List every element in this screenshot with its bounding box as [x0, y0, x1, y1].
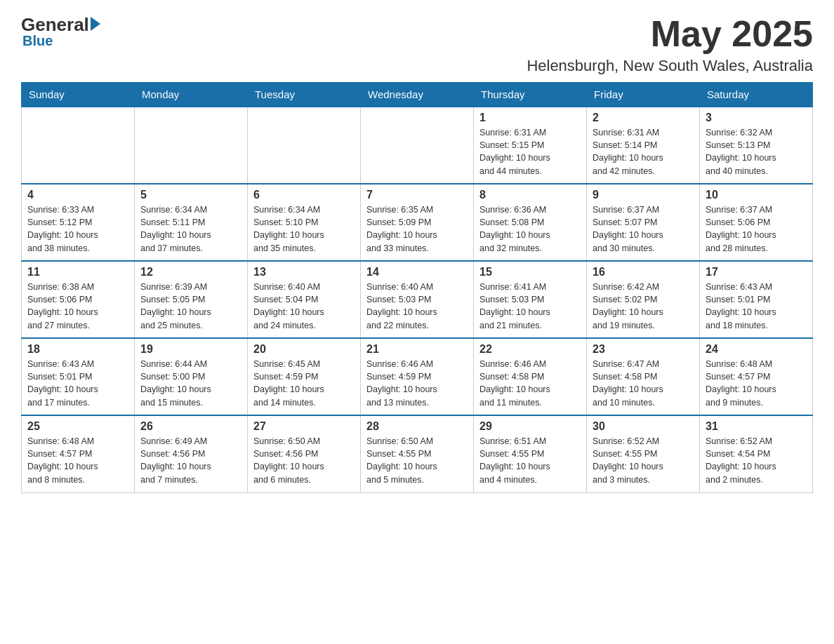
calendar-cell: 2Sunrise: 6:31 AM Sunset: 5:14 PM Daylig…	[587, 107, 700, 184]
weekday-header-wednesday: Wednesday	[361, 83, 474, 107]
day-info: Sunrise: 6:44 AM Sunset: 5:00 PM Dayligh…	[140, 358, 241, 409]
day-info: Sunrise: 6:41 AM Sunset: 5:03 PM Dayligh…	[479, 281, 581, 332]
day-info: Sunrise: 6:37 AM Sunset: 5:06 PM Dayligh…	[706, 203, 807, 255]
logo-subtitle: Blue	[22, 33, 53, 49]
day-info: Sunrise: 6:43 AM Sunset: 5:01 PM Dayligh…	[706, 281, 807, 332]
month-title: May 2025	[527, 14, 813, 54]
day-number: 25	[27, 420, 128, 433]
calendar-header-row: SundayMondayTuesdayWednesdayThursdayFrid…	[22, 83, 813, 107]
calendar-cell	[361, 107, 474, 184]
day-number: 24	[706, 343, 807, 356]
day-info: Sunrise: 6:49 AM Sunset: 4:56 PM Dayligh…	[140, 435, 241, 486]
day-number: 5	[140, 189, 241, 201]
day-number: 7	[366, 189, 468, 201]
calendar-cell	[248, 107, 361, 184]
day-number: 3	[706, 112, 807, 124]
calendar-cell	[22, 107, 135, 184]
day-number: 20	[253, 343, 355, 356]
page-header: General Blue May 2025 Helensburgh, New S…	[21, 14, 813, 75]
calendar-cell: 31Sunrise: 6:52 AM Sunset: 4:54 PM Dayli…	[700, 415, 813, 492]
day-number: 12	[140, 266, 241, 279]
calendar-cell: 14Sunrise: 6:40 AM Sunset: 5:03 PM Dayli…	[361, 261, 474, 338]
calendar-table: SundayMondayTuesdayWednesdayThursdayFrid…	[21, 82, 813, 493]
day-info: Sunrise: 6:52 AM Sunset: 4:54 PM Dayligh…	[706, 435, 807, 486]
calendar-cell: 19Sunrise: 6:44 AM Sunset: 5:00 PM Dayli…	[135, 338, 248, 415]
day-number: 6	[253, 189, 355, 201]
day-number: 14	[366, 266, 468, 279]
calendar-cell: 15Sunrise: 6:41 AM Sunset: 5:03 PM Dayli…	[474, 261, 587, 338]
calendar-week-2: 4Sunrise: 6:33 AM Sunset: 5:12 PM Daylig…	[22, 184, 813, 261]
calendar-cell: 28Sunrise: 6:50 AM Sunset: 4:55 PM Dayli…	[361, 415, 474, 492]
day-info: Sunrise: 6:48 AM Sunset: 4:57 PM Dayligh…	[706, 358, 807, 409]
calendar-cell: 7Sunrise: 6:35 AM Sunset: 5:09 PM Daylig…	[361, 184, 474, 261]
day-number: 28	[366, 420, 468, 433]
title-block: May 2025 Helensburgh, New South Wales, A…	[527, 14, 813, 75]
day-number: 18	[27, 343, 128, 356]
weekday-header-monday: Monday	[135, 83, 248, 107]
day-number: 2	[593, 112, 694, 124]
day-number: 16	[593, 266, 694, 279]
calendar-cell: 26Sunrise: 6:49 AM Sunset: 4:56 PM Dayli…	[135, 415, 248, 492]
calendar-cell: 18Sunrise: 6:43 AM Sunset: 5:01 PM Dayli…	[22, 338, 135, 415]
day-info: Sunrise: 6:38 AM Sunset: 5:06 PM Dayligh…	[27, 281, 128, 332]
day-number: 31	[706, 420, 807, 433]
logo-arrow-icon	[91, 17, 100, 31]
calendar-cell: 5Sunrise: 6:34 AM Sunset: 5:11 PM Daylig…	[135, 184, 248, 261]
day-number: 13	[253, 266, 355, 279]
day-number: 19	[140, 343, 241, 356]
day-number: 29	[479, 420, 581, 433]
calendar-cell: 12Sunrise: 6:39 AM Sunset: 5:05 PM Dayli…	[135, 261, 248, 338]
calendar-cell: 25Sunrise: 6:48 AM Sunset: 4:57 PM Dayli…	[22, 415, 135, 492]
day-info: Sunrise: 6:34 AM Sunset: 5:11 PM Dayligh…	[140, 203, 241, 255]
day-number: 4	[27, 189, 128, 201]
calendar-cell: 13Sunrise: 6:40 AM Sunset: 5:04 PM Dayli…	[248, 261, 361, 338]
day-number: 26	[140, 420, 241, 433]
weekday-header-tuesday: Tuesday	[248, 83, 361, 107]
calendar-cell: 22Sunrise: 6:46 AM Sunset: 4:58 PM Dayli…	[474, 338, 587, 415]
calendar-cell: 16Sunrise: 6:42 AM Sunset: 5:02 PM Dayli…	[587, 261, 700, 338]
weekday-header-friday: Friday	[587, 83, 700, 107]
day-info: Sunrise: 6:36 AM Sunset: 5:08 PM Dayligh…	[479, 203, 581, 255]
day-info: Sunrise: 6:51 AM Sunset: 4:55 PM Dayligh…	[479, 435, 581, 486]
calendar-cell: 9Sunrise: 6:37 AM Sunset: 5:07 PM Daylig…	[587, 184, 700, 261]
calendar-cell: 8Sunrise: 6:36 AM Sunset: 5:08 PM Daylig…	[474, 184, 587, 261]
day-number: 22	[479, 343, 581, 356]
calendar-cell: 10Sunrise: 6:37 AM Sunset: 5:06 PM Dayli…	[700, 184, 813, 261]
day-info: Sunrise: 6:32 AM Sunset: 5:13 PM Dayligh…	[706, 126, 807, 177]
day-info: Sunrise: 6:46 AM Sunset: 4:59 PM Dayligh…	[366, 358, 468, 409]
day-info: Sunrise: 6:34 AM Sunset: 5:10 PM Dayligh…	[253, 203, 355, 255]
day-info: Sunrise: 6:39 AM Sunset: 5:05 PM Dayligh…	[140, 281, 241, 332]
day-info: Sunrise: 6:42 AM Sunset: 5:02 PM Dayligh…	[593, 281, 694, 332]
day-number: 9	[593, 189, 694, 201]
calendar-cell: 30Sunrise: 6:52 AM Sunset: 4:55 PM Dayli…	[587, 415, 700, 492]
calendar-week-5: 25Sunrise: 6:48 AM Sunset: 4:57 PM Dayli…	[22, 415, 813, 492]
day-info: Sunrise: 6:47 AM Sunset: 4:58 PM Dayligh…	[593, 358, 694, 409]
calendar-cell: 6Sunrise: 6:34 AM Sunset: 5:10 PM Daylig…	[248, 184, 361, 261]
calendar-cell: 17Sunrise: 6:43 AM Sunset: 5:01 PM Dayli…	[700, 261, 813, 338]
day-info: Sunrise: 6:35 AM Sunset: 5:09 PM Dayligh…	[366, 203, 468, 255]
day-info: Sunrise: 6:50 AM Sunset: 4:55 PM Dayligh…	[366, 435, 468, 486]
day-number: 11	[27, 266, 128, 279]
day-info: Sunrise: 6:46 AM Sunset: 4:58 PM Dayligh…	[479, 358, 581, 409]
day-number: 21	[366, 343, 468, 356]
day-info: Sunrise: 6:48 AM Sunset: 4:57 PM Dayligh…	[27, 435, 128, 486]
day-number: 15	[479, 266, 581, 279]
day-info: Sunrise: 6:37 AM Sunset: 5:07 PM Dayligh…	[593, 203, 694, 255]
day-info: Sunrise: 6:40 AM Sunset: 5:03 PM Dayligh…	[366, 281, 468, 332]
calendar-cell: 4Sunrise: 6:33 AM Sunset: 5:12 PM Daylig…	[22, 184, 135, 261]
calendar-week-1: 1Sunrise: 6:31 AM Sunset: 5:15 PM Daylig…	[22, 107, 813, 184]
weekday-header-saturday: Saturday	[700, 83, 813, 107]
calendar-cell	[135, 107, 248, 184]
calendar-cell: 27Sunrise: 6:50 AM Sunset: 4:56 PM Dayli…	[248, 415, 361, 492]
calendar-week-3: 11Sunrise: 6:38 AM Sunset: 5:06 PM Dayli…	[22, 261, 813, 338]
calendar-cell: 21Sunrise: 6:46 AM Sunset: 4:59 PM Dayli…	[361, 338, 474, 415]
day-info: Sunrise: 6:31 AM Sunset: 5:15 PM Dayligh…	[479, 126, 581, 177]
day-info: Sunrise: 6:40 AM Sunset: 5:04 PM Dayligh…	[253, 281, 355, 332]
day-number: 1	[479, 112, 581, 124]
day-info: Sunrise: 6:45 AM Sunset: 4:59 PM Dayligh…	[253, 358, 355, 409]
day-number: 30	[593, 420, 694, 433]
day-number: 27	[253, 420, 355, 433]
day-info: Sunrise: 6:31 AM Sunset: 5:14 PM Dayligh…	[593, 126, 694, 177]
day-number: 23	[593, 343, 694, 356]
weekday-header-thursday: Thursday	[474, 83, 587, 107]
